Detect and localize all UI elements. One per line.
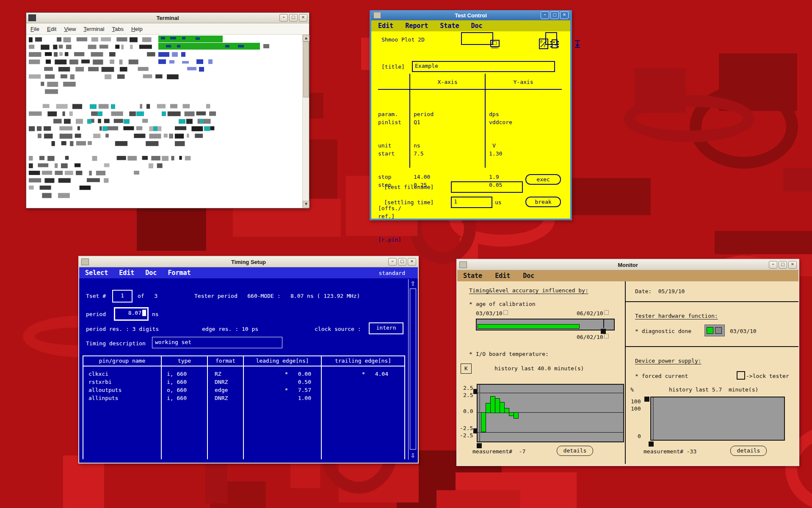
monitor-titlebar[interactable]: Monitor – □ ✕ (457, 260, 798, 270)
minimize-button[interactable]: – (279, 14, 288, 22)
timing-titlebar[interactable]: Timing Setup – □ ✕ (79, 257, 418, 267)
diagnostic-status-widget[interactable] (704, 325, 725, 336)
scroll-up-icon[interactable]: ⇧ (409, 280, 416, 287)
date-label: Date: 05/19/10 (635, 288, 685, 294)
maximize-button[interactable]: □ (779, 261, 787, 269)
scrollbar-thumb[interactable] (303, 42, 309, 97)
upper-limit-marker[interactable] (644, 397, 649, 402)
menu-terminal[interactable]: Terminal (83, 26, 104, 32)
window-icon (81, 258, 89, 265)
window-icon (459, 261, 467, 268)
cell-leading: * 0.00 (249, 371, 311, 377)
period-input[interactable]: 8.07 (114, 307, 149, 321)
close-button[interactable]: ✕ (299, 14, 307, 22)
menu-format[interactable]: Format (168, 269, 191, 277)
test-filename-input[interactable] (451, 181, 523, 193)
pass-fail-device-button[interactable]: P F (512, 32, 534, 43)
menu-doc[interactable]: Doc (145, 269, 157, 277)
terminal-window: Terminal – □ ✕ File Edit View Terminal T… (26, 12, 309, 208)
menu-select[interactable]: Select (85, 269, 108, 277)
tester-period-label: Tester period 660-MODE : 8.07 ns ( 123.9… (194, 293, 360, 299)
table-line (161, 355, 162, 459)
break-button[interactable]: break (525, 197, 561, 207)
accuracy-heading: Timing&level accuracy influenced by: (469, 287, 588, 294)
cell-leading: * 7.57 (249, 387, 311, 393)
close-button[interactable]: ✕ (560, 11, 569, 19)
tick-neg2_5: -2.5 (460, 425, 473, 431)
menu-edit[interactable]: Edit (495, 272, 510, 280)
menu-help[interactable]: Help (131, 26, 143, 32)
menu-report[interactable]: Report (405, 22, 428, 30)
title-input[interactable]: Example (412, 61, 555, 72)
temp-bar (514, 412, 519, 419)
maximize-button[interactable]: □ (289, 14, 298, 22)
settling-unit-label: us (495, 199, 502, 205)
menu-file[interactable]: File (30, 26, 39, 32)
clock-source-value[interactable]: intern (369, 322, 403, 334)
terminal-titlebar[interactable]: Terminal – □ ✕ (26, 13, 309, 23)
menu-state[interactable]: State (440, 22, 459, 30)
measurement-label: measurement# -7 (472, 448, 525, 455)
details-button[interactable]: details (557, 446, 593, 456)
supply-chart (650, 397, 785, 441)
cal-now-date: 06/02/10 (577, 334, 609, 340)
scroll-down-icon[interactable]: ⇩ (409, 452, 416, 459)
minimize-button[interactable]: – (769, 261, 777, 269)
menu-doc[interactable]: Doc (523, 272, 534, 280)
timing-desc-input[interactable]: working set (152, 337, 282, 348)
terminal-output[interactable]: ▲ ▼ (26, 35, 309, 208)
close-button[interactable]: ✕ (408, 258, 416, 266)
unit-kelvin-box[interactable]: K (461, 364, 472, 374)
diagnostic-label: * diagnostic done (635, 328, 691, 334)
menu-tabs[interactable]: Tabs (112, 26, 123, 32)
cell-format: DNRZ (215, 395, 228, 401)
chart-position-marker[interactable] (477, 443, 482, 448)
calibration-marker-line (603, 319, 604, 328)
maximize-button[interactable]: □ (550, 11, 559, 19)
menu-edit[interactable]: Edit (119, 269, 134, 277)
section-divider (626, 301, 798, 302)
monitor-window: Monitor – □ ✕ State Edit Doc Timing&leve… (456, 259, 799, 466)
terminal-scrollbar[interactable]: ▲ ▼ (302, 35, 309, 208)
window-icon (373, 12, 381, 19)
test-control-titlebar[interactable]: Test Control – □ ✕ (371, 10, 570, 20)
cursor-line (653, 397, 654, 440)
minimize-button[interactable]: – (541, 11, 549, 19)
chart-position-marker[interactable] (649, 441, 654, 447)
table-line (207, 355, 208, 459)
terminal-menubar: File Edit View Terminal Tabs Help (26, 23, 309, 35)
menu-state[interactable]: State (463, 272, 482, 280)
menu-view[interactable]: View (64, 26, 76, 32)
tset-input[interactable]: 1 (112, 290, 133, 303)
table-line (83, 366, 405, 366)
timing-setup-window: Timing Setup – □ ✕ Select Edit Doc Forma… (78, 256, 419, 464)
scroll-down-icon[interactable]: ▼ (303, 201, 309, 208)
tick-2_5: 2.5 (463, 392, 473, 398)
details-button[interactable]: details (730, 446, 767, 456)
minimize-button[interactable]: – (388, 258, 397, 266)
timing-scrollbar[interactable]: ⇧ ⇩ (408, 279, 417, 460)
tick-neg2_5-bottom: -2.5 (460, 432, 473, 439)
period-unit-label: ns (152, 311, 159, 317)
text-cursor (142, 310, 146, 316)
menu-edit[interactable]: Edit (47, 26, 56, 32)
pane-divider (625, 281, 626, 464)
plot-window-button[interactable] (461, 32, 493, 45)
load-button[interactable] (545, 32, 557, 45)
period-res-label: period res. : 3 digits (86, 326, 159, 332)
menu-edit[interactable]: Edit (378, 22, 393, 30)
maximize-button[interactable]: □ (398, 258, 406, 266)
settling-time-input[interactable]: 1 (451, 197, 492, 208)
monitor-title: Monitor (457, 262, 798, 268)
cell-name: rstxrbi (88, 379, 112, 385)
calibration-marker[interactable] (601, 329, 606, 334)
scroll-up-icon[interactable]: ▲ (303, 35, 309, 42)
close-button[interactable]: ✕ (788, 261, 797, 269)
menu-doc[interactable]: Doc (471, 22, 482, 30)
lock-tester-checkbox[interactable] (737, 371, 745, 380)
scrollbar-thumb[interactable] (410, 289, 416, 450)
background-shape (715, 231, 812, 254)
test-filename-label: [test filename] (384, 184, 434, 190)
lock-tester-label: ->lock tester (746, 373, 789, 379)
exec-button[interactable]: exec (525, 174, 561, 185)
